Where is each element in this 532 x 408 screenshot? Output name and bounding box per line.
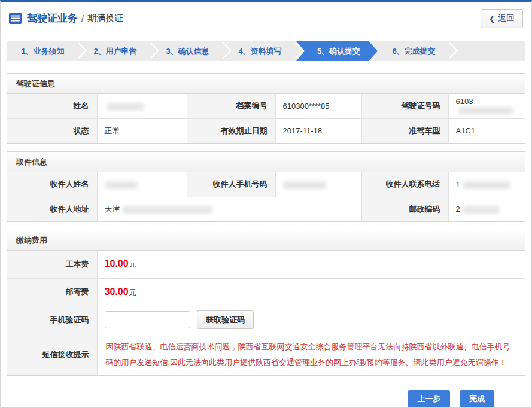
field-label-mail-fee: 邮寄费 (7, 278, 97, 306)
fee-unit: 元 (129, 260, 137, 269)
step-separator-icon (442, 42, 458, 59)
fee-amount: 10.00 (105, 258, 129, 269)
sms-notice-text: 因陕西省联通、电信运营商技术问题，陕西省互联网交通安全综合服务管理平台无法向持陕… (97, 334, 525, 375)
field-value-postal-code: 2 (448, 197, 525, 221)
field-value-vehicle-class: A1C1 (448, 118, 525, 143)
redacted-value (283, 181, 326, 189)
step-3-confirm-info[interactable]: 3、确认信息 (151, 41, 224, 61)
redacted-value (123, 206, 212, 214)
table-row: 状态 正常 有效期止日期 2017-11-18 准驾车型 A1C1 (7, 118, 525, 143)
section-title: 缴纳费用 (7, 230, 525, 251)
page-title: 驾驶证业务 (27, 11, 78, 25)
step-label: 2、用户申告 (93, 47, 136, 56)
step-wizard: 1、业务须知 2、用户申告 3、确认信息 4、资料填写 5、确认提交 6、完成提… (7, 41, 525, 61)
sms-code-input[interactable] (105, 311, 190, 328)
footer-actions: 上一步 完成 (1, 376, 531, 408)
fee-amount: 30.00 (105, 287, 129, 297)
field-value-valid-until: 2017-11-18 (275, 118, 361, 143)
step-1-business-notice[interactable]: 1、业务须知 (7, 41, 79, 61)
field-value-recipient-phone: 1 (448, 172, 525, 197)
field-label-sms-code: 手机验证码 (7, 306, 97, 334)
step-label: 1、业务须知 (21, 47, 64, 56)
field-label-recipient-mobile: 收件人手机号码 (187, 172, 275, 197)
field-label-recipient-address: 收件人地址 (7, 197, 97, 221)
table-row: 收件人地址 天津 邮政编码 2 (7, 197, 525, 221)
breadcrumb-divider: / (81, 13, 84, 23)
field-label-valid-until: 有效期止日期 (187, 118, 275, 143)
table-row: 邮寄费 30.00元 (7, 278, 525, 306)
step-2-user-declaration[interactable]: 2、用户申告 (79, 41, 151, 61)
redacted-value (107, 103, 144, 111)
field-label-recipient-name: 收件人姓名 (7, 172, 97, 197)
step-5-confirm-submit-active[interactable]: 5、确认提交 (296, 41, 378, 61)
field-value-license-fee: 10.00元 (97, 251, 525, 278)
field-label-sms-notice: 短信接收提示 (7, 334, 97, 375)
pickup-info-table: 收件人姓名 收件人手机号码 收件人联系电话 1 收件人地址 天津 邮政编码 2 (7, 172, 525, 221)
section-license-info: 驾驶证信息 姓名 档案编号 610300****85 驾驶证号码 6103 状态… (7, 73, 525, 144)
field-label-status: 状态 (7, 118, 97, 143)
field-label-vehicle-class: 准驾车型 (361, 118, 448, 143)
field-label-file-no: 档案编号 (187, 94, 275, 118)
value-text: 1 (456, 180, 460, 189)
license-info-table: 姓名 档案编号 610300****85 驾驶证号码 6103 状态 正常 有效… (7, 94, 525, 143)
field-value-file-no: 610300****85 (275, 94, 361, 118)
step-4-fill-materials[interactable]: 4、资料填写 (224, 41, 296, 61)
value-text: 天津 (105, 205, 120, 214)
table-row: 手机验证码 获取验证码 (7, 306, 525, 334)
redacted-value (463, 206, 500, 214)
section-fees: 缴纳费用 工本费 10.00元 邮寄费 30.00元 手机验证码 获取验证码 (7, 230, 525, 376)
field-sms-code: 获取验证码 (97, 306, 525, 334)
field-value-recipient-name (97, 172, 187, 197)
section-title: 取件信息 (7, 152, 525, 172)
value-text: 2 (456, 205, 460, 214)
section-title: 驾驶证信息 (7, 74, 525, 94)
field-label-postal-code: 邮政编码 (361, 197, 448, 221)
redacted-value (105, 181, 138, 189)
field-label-name: 姓名 (7, 94, 97, 118)
finish-button[interactable]: 完成 (460, 390, 494, 408)
field-value-mail-fee: 30.00元 (97, 278, 525, 306)
back-button-label: 返回 (498, 13, 515, 24)
field-value-recipient-address: 天津 (97, 197, 361, 221)
step-label: 5、确认提交 (317, 47, 360, 56)
step-label: 6、完成提交 (392, 47, 435, 56)
breadcrumb-current: 期满换证 (87, 13, 123, 24)
field-label-recipient-phone: 收件人联系电话 (361, 172, 448, 197)
field-value-name (97, 94, 187, 118)
fees-table: 工本费 10.00元 邮寄费 30.00元 手机验证码 获取验证码 短信接收提 (7, 251, 525, 375)
table-row: 姓名 档案编号 610300****85 驾驶证号码 6103 (7, 94, 525, 118)
form-list-icon (9, 13, 22, 24)
page: 驾驶证业务 / 期满换证 ❮ 返回 1、业务须知 2、用户申告 3、确认信息 4… (0, 0, 532, 408)
field-label-license-no: 驾驶证号码 (361, 94, 448, 118)
fee-unit: 元 (129, 288, 137, 297)
step-6-complete-submit[interactable]: 6、完成提交 (378, 41, 450, 61)
field-value-recipient-mobile (275, 172, 361, 197)
get-sms-code-button[interactable]: 获取验证码 (197, 310, 254, 329)
step-label: 4、资料填写 (238, 47, 281, 56)
step-label: 3、确认信息 (166, 47, 209, 56)
redacted-value (458, 107, 513, 115)
section-pickup-info: 取件信息 收件人姓名 收件人手机号码 收件人联系电话 1 收件人地址 天津 邮政… (7, 151, 525, 222)
field-value-license-no: 6103 (448, 94, 525, 118)
table-row: 短信接收提示 因陕西省联通、电信运营商技术问题，陕西省互联网交通安全综合服务管理… (7, 334, 525, 375)
redacted-value (463, 181, 510, 189)
table-row: 工本费 10.00元 (7, 251, 525, 278)
value-text: 6103 (456, 97, 473, 106)
previous-step-button[interactable]: 上一步 (408, 390, 450, 408)
field-value-status: 正常 (97, 118, 187, 143)
field-label-license-fee: 工本费 (7, 251, 97, 278)
table-row: 收件人姓名 收件人手机号码 收件人联系电话 1 (7, 172, 525, 197)
back-button[interactable]: ❮ 返回 (481, 9, 523, 28)
page-header: 驾驶证业务 / 期满换证 ❮ 返回 (1, 2, 531, 35)
back-chevron-icon: ❮ (489, 14, 495, 23)
